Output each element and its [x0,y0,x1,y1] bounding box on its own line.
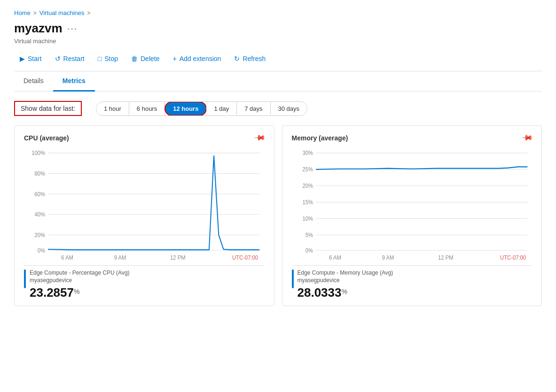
start-label: Start [28,55,42,62]
add-extension-label: Add extension [180,55,221,62]
memory-chart-svg: 30% 25% 20% 15% 10% 5% 0% [292,148,533,261]
svg-text:6 AM: 6 AM [329,254,341,260]
delete-button[interactable]: 🗑 Delete [125,52,165,65]
svg-text:30%: 30% [302,150,313,156]
svg-text:9 AM: 9 AM [382,254,394,260]
vm-subtitle: Virtual machine [14,38,542,45]
time-opt-1hour[interactable]: 1 hour [96,102,129,115]
time-options: 1 hour 6 hours 12 hours 1 day 7 days 30 … [96,101,307,116]
svg-text:15%: 15% [302,199,313,205]
delete-icon: 🗑 [131,55,138,62]
toolbar: ▶ Start ↺ Restart □ Stop 🗑 Delete + Add … [14,52,542,71]
restart-button[interactable]: ↺ Restart [49,52,90,65]
cpu-legend-text: Edge Compute - Percentage CPU (Avg) myas… [30,269,265,300]
add-extension-button[interactable]: + Add extension [167,52,227,65]
svg-text:20%: 20% [302,183,313,189]
breadcrumb-vms[interactable]: Virtual machines [39,9,85,16]
cpu-chart-svg-wrap: 100% 80% 60% 40% 20% 0% 6 AM [24,148,265,261]
memory-chart-legend: Edge Compute - Memory Usage (Avg) myaseg… [292,265,533,300]
show-data-label: Show data for last: [14,101,82,116]
svg-text:0%: 0% [305,247,313,253]
cpu-chart-header: CPU (average) 📌 [24,133,265,142]
svg-text:20%: 20% [34,231,45,238]
breadcrumb-home[interactable]: Home [14,9,31,16]
memory-chart-title: Memory (average) [292,134,348,142]
memory-chart-svg-wrap: 30% 25% 20% 15% 10% 5% 0% [292,148,533,261]
memory-legend-device: myasegpudevice [298,277,533,284]
cpu-legend-unit: % [74,288,79,295]
memory-chart-header: Memory (average) 📌 [292,133,533,142]
memory-legend-name: Edge Compute - Memory Usage (Avg) [298,269,533,276]
memory-chart-card: Memory (average) 📌 30% 25% 20% 15% 10% [282,125,542,306]
memory-pin-icon[interactable]: 📌 [521,131,534,145]
start-icon: ▶ [20,55,25,62]
restart-label: Restart [63,55,85,62]
svg-text:10%: 10% [302,215,313,222]
cpu-chart-title: CPU (average) [24,134,69,142]
breadcrumb-sep2: > [87,10,91,16]
svg-text:UTC-07:00: UTC-07:00 [232,254,258,260]
tabs: Details Metrics [14,71,542,92]
refresh-label: Refresh [243,55,266,62]
charts-row: CPU (average) 📌 100% 80% 60% 40% 20% [14,125,542,306]
time-opt-12hours[interactable]: 12 hours [164,101,207,116]
time-filter-row: Show data for last: 1 hour 6 hours 12 ho… [14,101,542,116]
time-opt-7days[interactable]: 7 days [237,102,270,115]
cpu-pin-icon[interactable]: 📌 [253,131,266,145]
cpu-chart-svg: 100% 80% 60% 40% 20% 0% 6 AM [24,148,265,261]
refresh-icon: ↻ [234,55,240,62]
breadcrumb-sep1: > [33,10,37,16]
svg-text:9 AM: 9 AM [114,254,126,260]
restart-icon: ↺ [55,55,61,62]
cpu-legend-name: Edge Compute - Percentage CPU (Avg) [30,269,265,276]
svg-text:40%: 40% [34,211,45,217]
more-options-icon[interactable]: ··· [67,23,78,34]
svg-text:5%: 5% [305,231,313,238]
memory-legend-value: 28.0333 [298,285,342,300]
start-button[interactable]: ▶ Start [14,52,47,65]
cpu-legend-device: myasegpudevice [30,277,265,284]
svg-text:UTC-07:00: UTC-07:00 [500,254,526,260]
svg-text:80%: 80% [34,170,45,177]
svg-text:12 PM: 12 PM [170,254,186,260]
cpu-legend-color-bar [24,269,26,288]
add-icon: + [172,55,176,62]
svg-text:100%: 100% [31,150,45,156]
refresh-button[interactable]: ↻ Refresh [228,52,271,65]
stop-icon: □ [98,55,102,62]
svg-text:60%: 60% [34,191,45,197]
memory-legend-unit: % [341,288,347,295]
svg-text:12 PM: 12 PM [438,254,454,260]
stop-button[interactable]: □ Stop [92,52,124,65]
vm-title: myazvm [14,21,63,36]
svg-text:6 AM: 6 AM [61,254,73,260]
svg-text:0%: 0% [38,247,45,253]
cpu-chart-legend: Edge Compute - Percentage CPU (Avg) myas… [24,265,265,300]
vm-header: myazvm ··· [14,21,542,36]
cpu-legend-value: 23.2857 [30,285,74,300]
stop-label: Stop [104,55,118,62]
memory-legend-color-bar [292,269,294,288]
tab-details[interactable]: Details [14,71,53,92]
cpu-chart-card: CPU (average) 📌 100% 80% 60% 40% 20% [14,125,274,306]
page: Home > Virtual machines > myazvm ··· Vir… [0,0,556,392]
svg-text:25%: 25% [302,166,313,172]
breadcrumb: Home > Virtual machines > [14,9,542,16]
memory-legend-text: Edge Compute - Memory Usage (Avg) myaseg… [298,269,533,300]
delete-label: Delete [141,55,159,62]
time-opt-1day[interactable]: 1 day [206,102,237,115]
time-opt-30days[interactable]: 30 days [271,102,307,115]
time-opt-6hours[interactable]: 6 hours [129,102,165,115]
tab-metrics[interactable]: Metrics [53,71,95,92]
